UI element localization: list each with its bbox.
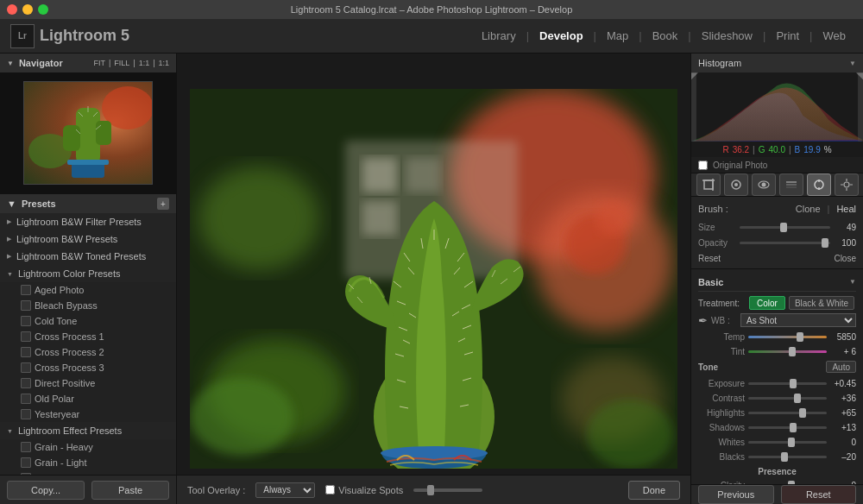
fit-option-1to1[interactable]: 1:1	[139, 59, 150, 67]
svg-point-74	[844, 182, 849, 187]
brush-size-slider[interactable]	[740, 226, 830, 229]
basic-header: Basic ▼	[698, 273, 856, 292]
preset-cold-tone[interactable]: Cold Tone	[0, 313, 176, 329]
nav-web[interactable]: Web	[816, 26, 854, 46]
presets-header[interactable]: ▼ Presets +	[0, 194, 176, 213]
visualize-spots-checkbox[interactable]: Visualize Spots	[325, 485, 403, 495]
shadows-slider[interactable]	[748, 426, 827, 429]
nav-map[interactable]: Map	[600, 26, 635, 46]
done-button[interactable]: Done	[628, 481, 680, 500]
visualize-spots-input[interactable]	[325, 485, 335, 495]
preset-cross-process-3[interactable]: Cross Process 3	[0, 360, 176, 375]
close-button[interactable]	[7, 4, 17, 15]
exposure-slider[interactable]	[748, 382, 827, 385]
whites-row: Whites 0	[698, 435, 856, 449]
reset-button[interactable]: Reset	[781, 485, 857, 504]
basic-collapse-icon[interactable]: ▼	[849, 278, 856, 286]
temp-slider[interactable]	[748, 336, 827, 338]
overlay-select[interactable]: Always Never Selected	[255, 482, 315, 498]
preset-group-bwtoned: ▶ Lightroom B&W Toned Presets	[0, 248, 176, 265]
wb-select[interactable]: As Shot Auto Daylight Cloudy Custom	[740, 313, 856, 327]
preset-grain-light[interactable]: Grain - Light	[0, 455, 176, 470]
visualize-spots-label: Visualize Spots	[338, 485, 403, 495]
visualize-spots-slider[interactable]	[413, 488, 482, 492]
preset-grain-heavy[interactable]: Grain - Heavy	[0, 439, 176, 455]
graduated-filter-btn[interactable]	[779, 173, 803, 196]
preset-group-bwtoned-header[interactable]: ▶ Lightroom B&W Toned Presets	[0, 248, 176, 265]
preset-group-bwfilter-header[interactable]: ▶ Lightroom B&W Filter Presets	[0, 213, 176, 230]
tone-auto-btn[interactable]: Auto	[826, 361, 856, 373]
color-treatment-btn[interactable]: Color	[749, 296, 785, 310]
redeye-btn[interactable]	[752, 173, 776, 196]
navigator-label: Navigator	[19, 58, 63, 68]
eyedropper-icon[interactable]: ✒	[698, 314, 708, 327]
shadows-row: Shadows +13	[698, 420, 856, 434]
tone-header-row: Tone Auto	[698, 359, 856, 375]
presets-section: ▼ Presets + ▶ Lightroom B&W Filter Prese…	[0, 194, 176, 475]
tint-slider[interactable]	[748, 350, 827, 353]
preset-direct-positive[interactable]: Direct Positive	[0, 375, 176, 391]
nav-develop[interactable]: Develop	[532, 26, 590, 46]
preset-bleach-bypass[interactable]: Bleach Bypass	[0, 298, 176, 313]
brush-close-btn[interactable]: Close	[834, 254, 856, 263]
adjustment-brush-btn[interactable]	[807, 173, 831, 196]
brush-reset-btn[interactable]: Reset	[698, 254, 721, 263]
overlay-label: Tool Overlay :	[187, 485, 245, 495]
preset-cross-process-2[interactable]: Cross Process 2	[0, 344, 176, 360]
nav-slideshow[interactable]: Slideshow	[695, 26, 759, 46]
nav-library[interactable]: Library	[475, 26, 523, 46]
settings-btn[interactable]	[835, 173, 859, 196]
brush-size-label: Size	[698, 223, 736, 232]
navigator-collapse-icon: ▼	[7, 60, 14, 67]
tone-title: Tone	[698, 362, 826, 372]
preset-yesteryear[interactable]: Yesteryear	[0, 406, 176, 422]
crop-tool-btn[interactable]	[696, 173, 721, 196]
brush-clone-btn[interactable]: Clone	[796, 204, 821, 214]
fit-option-custom[interactable]: 1:1	[158, 59, 169, 67]
previous-button[interactable]: Previous	[698, 485, 774, 504]
nav-print[interactable]: Print	[769, 26, 806, 46]
bottom-buttons: Copy... Paste	[0, 475, 176, 504]
copy-button[interactable]: Copy...	[7, 481, 85, 500]
preset-aged-photo[interactable]: Aged Photo	[0, 282, 176, 298]
preset-icon	[21, 442, 31, 452]
wb-label: WB :	[711, 316, 737, 325]
histogram-header[interactable]: Histogram ▼	[691, 54, 863, 72]
svg-point-67	[761, 183, 765, 187]
histogram-percent: %	[824, 145, 832, 154]
preset-old-polar[interactable]: Old Polar	[0, 391, 176, 406]
preset-group-color: ▼ Lightroom Color Presets Aged Photo Ble…	[0, 265, 176, 422]
brush-opacity-slider[interactable]	[740, 242, 830, 244]
preset-group-bw-header[interactable]: ▶ Lightroom B&W Presets	[0, 230, 176, 248]
navigator-header[interactable]: ▼ Navigator FIT | FILL | 1:1 | 1:1	[0, 54, 176, 72]
navigator-fit-options: FIT | FILL | 1:1 | 1:1	[93, 59, 169, 67]
svg-point-56	[190, 378, 293, 456]
minimize-button[interactable]	[22, 4, 33, 15]
fit-option-fit[interactable]: FIT	[93, 59, 105, 67]
spot-removal-btn[interactable]	[724, 173, 748, 196]
navigator-section: ▼ Navigator FIT | FILL | 1:1 | 1:1	[0, 54, 176, 194]
brush-opacity-label: Opacity	[698, 238, 736, 248]
left-panel: ▼ Navigator FIT | FILL | 1:1 | 1:1	[0, 54, 177, 504]
preset-group-color-header[interactable]: ▼ Lightroom Color Presets	[0, 265, 176, 282]
preset-group-effects-header[interactable]: ▼ Lightroom Effect Presets	[0, 422, 176, 439]
temp-label: Temp	[698, 332, 745, 342]
brush-heal-btn[interactable]: Heal	[836, 204, 856, 214]
original-photo-checkbox[interactable]	[698, 161, 708, 170]
highlights-slider[interactable]	[748, 412, 827, 414]
fit-option-fill[interactable]: FILL	[114, 59, 129, 67]
contrast-slider[interactable]	[748, 397, 827, 400]
temp-row: Temp 5850	[698, 330, 856, 343]
whites-slider[interactable]	[748, 441, 827, 444]
paste-button[interactable]: Paste	[91, 481, 169, 500]
bw-treatment-btn[interactable]: Black & White	[789, 296, 854, 310]
histogram-canvas	[691, 72, 863, 142]
svg-rect-6	[67, 160, 109, 165]
wb-row: ✒ WB : As Shot Auto Daylight Cloudy Cust…	[698, 312, 856, 328]
app-logo: Lr Lightroom 5	[10, 24, 129, 48]
presets-add-btn[interactable]: +	[157, 198, 169, 210]
blacks-slider[interactable]	[748, 456, 827, 458]
nav-book[interactable]: Book	[646, 26, 685, 46]
preset-cross-process-1[interactable]: Cross Process 1	[0, 329, 176, 344]
maximize-button[interactable]	[38, 4, 48, 15]
